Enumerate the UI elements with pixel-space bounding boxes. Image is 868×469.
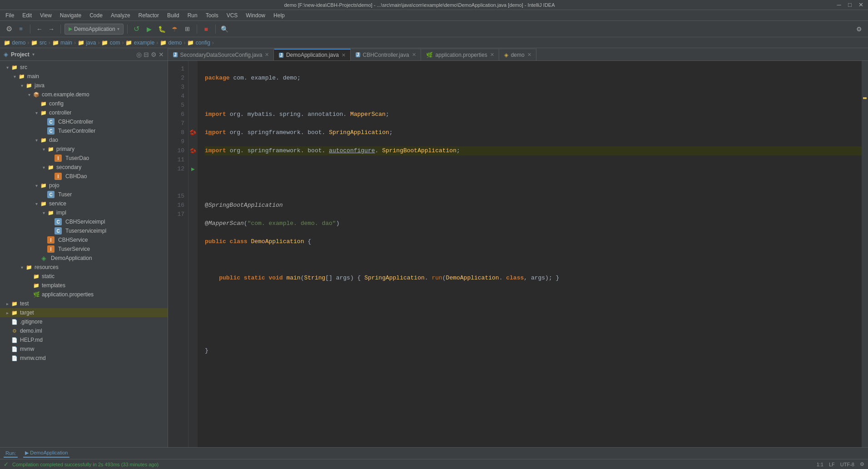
tree-item-cbhserviceimpl[interactable]: ▸ C CBHServiceimpl	[0, 217, 168, 226]
tab-close-secondary[interactable]: ✕	[265, 52, 269, 58]
sidebar-settings-btn[interactable]: ⚙	[151, 51, 157, 58]
tree-item-cbhdao[interactable]: ▸ I CBHDao	[0, 172, 168, 181]
tree-item-src[interactable]: ▾ 📁 src	[0, 63, 168, 72]
gutter-line-10[interactable]: 🫘	[188, 146, 198, 155]
breadcrumb-java[interactable]: 📁 java	[78, 40, 96, 46]
minimize-button[interactable]: ─	[835, 1, 843, 8]
tree-item-controller[interactable]: ▾ 📁 controller	[0, 108, 168, 117]
gutter-line-8[interactable]: 🫘	[188, 128, 198, 137]
tree-item-main[interactable]: ▾ 📁 main	[0, 72, 168, 81]
tree-item-service[interactable]: ▾ 📁 service	[0, 199, 168, 208]
tree-item-helpmd[interactable]: ▸ 📄 HELP.md	[0, 335, 168, 344]
breadcrumb-main[interactable]: 📁 main	[52, 40, 72, 46]
tab-demoapplication[interactable]: J DemoApplication.java ✕	[274, 49, 351, 60]
toolbar-search-btn[interactable]: 🔍	[219, 24, 230, 35]
menu-refactor[interactable]: Refactor	[135, 11, 163, 20]
status-linecol[interactable]: LF	[829, 462, 835, 467]
toolbar-run-btn[interactable]: ▶	[144, 24, 155, 35]
tab-cbhcontroller[interactable]: J CBHController.java ✕	[351, 49, 421, 60]
tree-item-demoixml[interactable]: ▸ ⚙ demo.iml	[0, 326, 168, 335]
toolbar-coverage-btn[interactable]: ☂	[169, 24, 180, 35]
tree-item-tuserdao[interactable]: ▸ I TuserDao	[0, 154, 168, 163]
sidebar-collapse-btn[interactable]: ⊟	[144, 51, 149, 58]
toolbar-profile-btn[interactable]: ⊞	[182, 24, 193, 35]
breadcrumb-demo[interactable]: 📁 demo	[4, 40, 25, 46]
bottom-tab-demo[interactable]: ▶ DemoApplication	[23, 449, 69, 458]
gutter-line-12[interactable]: ▶	[188, 165, 198, 174]
tree-item-primary[interactable]: ▾ 📁 primary	[0, 145, 168, 154]
toolbar-rerun-btn[interactable]: ↺	[131, 24, 142, 35]
tree-item-tusercontroller[interactable]: ▸ C TuserController	[0, 126, 168, 135]
gutter-line-7	[188, 119, 198, 128]
status-position[interactable]: 1:1	[817, 462, 823, 467]
sidebar-dropdown-icon[interactable]: ▾	[32, 52, 35, 57]
tree-item-tuserservice[interactable]: ▸ I TuserService	[0, 244, 168, 254]
toolbar-forward-btn[interactable]: →	[46, 24, 57, 35]
tree-item-package[interactable]: ▾ 📦 com.example.demo	[0, 90, 168, 99]
status-encoding[interactable]: UTF-8	[840, 462, 854, 467]
menu-edit[interactable]: Edit	[19, 11, 35, 20]
bottom-tab-run[interactable]: Run:	[4, 449, 18, 458]
tree-item-templates[interactable]: ▸ 📁 templates	[0, 281, 168, 290]
menu-help[interactable]: Help	[270, 11, 288, 20]
tree-item-demoapplication[interactable]: ▸ ◈ DemoApplication	[0, 254, 168, 263]
tab-applicationprops[interactable]: 🌿 application.properties ✕	[421, 49, 499, 60]
tab-close-demo[interactable]: ✕	[342, 52, 346, 58]
breadcrumb-com[interactable]: 📁 com	[101, 40, 120, 46]
tab-close-demotab[interactable]: ✕	[527, 52, 531, 58]
breadcrumb-src[interactable]: 📁 src	[31, 40, 46, 46]
toolbar-debug-btn[interactable]: 🐛	[157, 24, 168, 35]
tab-demo[interactable]: ◈ demo ✕	[499, 49, 536, 60]
close-button[interactable]: ✕	[857, 1, 864, 8]
menu-view[interactable]: View	[36, 11, 55, 20]
toolbar-stop-btn[interactable]: ■	[201, 24, 212, 35]
tab-secondarydatasourceconfig[interactable]: J SecondaryDataSourceConfig.java ✕	[168, 49, 274, 60]
tree-item-mvnw[interactable]: ▸ 📄 mvnw	[0, 344, 168, 354]
tab-close-cbhcontroller[interactable]: ✕	[412, 52, 416, 58]
tree-item-pojo[interactable]: ▾ 📁 pojo	[0, 181, 168, 190]
tree-item-tuserserviceimpl[interactable]: ▸ C Tuserserviceimpl	[0, 226, 168, 235]
tree-item-secondary[interactable]: ▾ 📁 secondary	[0, 163, 168, 172]
sidebar-locate-btn[interactable]: ◎	[136, 51, 142, 58]
breadcrumb-example[interactable]: 📁 example	[125, 40, 154, 46]
code-content[interactable]: package com. example. demo; import org. …	[198, 61, 862, 447]
tree-item-appprops[interactable]: ▸ 🌿 application.properties	[0, 290, 168, 299]
menu-run[interactable]: Run	[184, 11, 201, 20]
folder-icon-secondary: 📁	[47, 164, 55, 171]
toolbar-settings-btn[interactable]: ≡	[15, 24, 26, 35]
menu-code[interactable]: Code	[86, 11, 106, 20]
tree-item-tuser[interactable]: ▸ C Tuser	[0, 190, 168, 199]
code-editor[interactable]: 1 2 3 4 5 6 7 8 9 10 11 12 15 16 17	[168, 61, 868, 447]
right-scroll-gutter[interactable]	[862, 61, 868, 447]
tree-item-resources[interactable]: ▾ 📁 resources	[0, 263, 168, 272]
tree-item-target[interactable]: ▸ 📁 target	[0, 308, 168, 317]
tree-item-config[interactable]: ▸ 📁 config	[0, 99, 168, 108]
tree-item-dao[interactable]: ▾ 📁 dao	[0, 135, 168, 145]
status-settings-icon[interactable]: ⚙	[860, 461, 864, 467]
tree-item-mvnwcmd[interactable]: ▸ 📄 mvnw.cmd	[0, 354, 168, 363]
tree-item-gitignore[interactable]: ▸ 📄 .gitignore	[0, 317, 168, 326]
breadcrumb-config[interactable]: 📁 config	[187, 40, 210, 46]
tab-close-props[interactable]: ✕	[490, 52, 494, 58]
folder-icon-resources: 📁	[25, 264, 33, 271]
tree-item-static[interactable]: ▸ 📁 static	[0, 272, 168, 281]
sidebar-hide-btn[interactable]: ✕	[159, 51, 164, 58]
tree-item-test[interactable]: ▸ 📁 test	[0, 299, 168, 308]
toolbar-project-btn[interactable]: ⚙	[4, 24, 15, 35]
menu-tools[interactable]: Tools	[202, 11, 222, 20]
menu-navigate[interactable]: Navigate	[56, 11, 85, 20]
menu-analyze[interactable]: Analyze	[107, 11, 134, 20]
toolbar-gear-btn[interactable]: ⚙	[853, 24, 864, 35]
tree-item-cbhcontroller[interactable]: ▸ C CBHController	[0, 117, 168, 126]
breadcrumb-demo2[interactable]: 📁 demo	[160, 40, 182, 46]
tree-item-java[interactable]: ▾ 📁 java	[0, 81, 168, 90]
menu-build[interactable]: Build	[164, 11, 183, 20]
menu-vcs[interactable]: VCS	[223, 11, 242, 20]
maximize-button[interactable]: □	[846, 1, 853, 8]
toolbar-back-btn[interactable]: ←	[34, 24, 45, 35]
tree-item-cbhservice[interactable]: ▸ I CBHService	[0, 235, 168, 244]
menu-window[interactable]: Window	[242, 11, 269, 20]
menu-file[interactable]: File	[2, 11, 18, 20]
run-configuration-selector[interactable]: ▶ DemoApplication ▾	[64, 24, 124, 35]
tree-item-impl[interactable]: ▾ 📁 impl	[0, 208, 168, 217]
